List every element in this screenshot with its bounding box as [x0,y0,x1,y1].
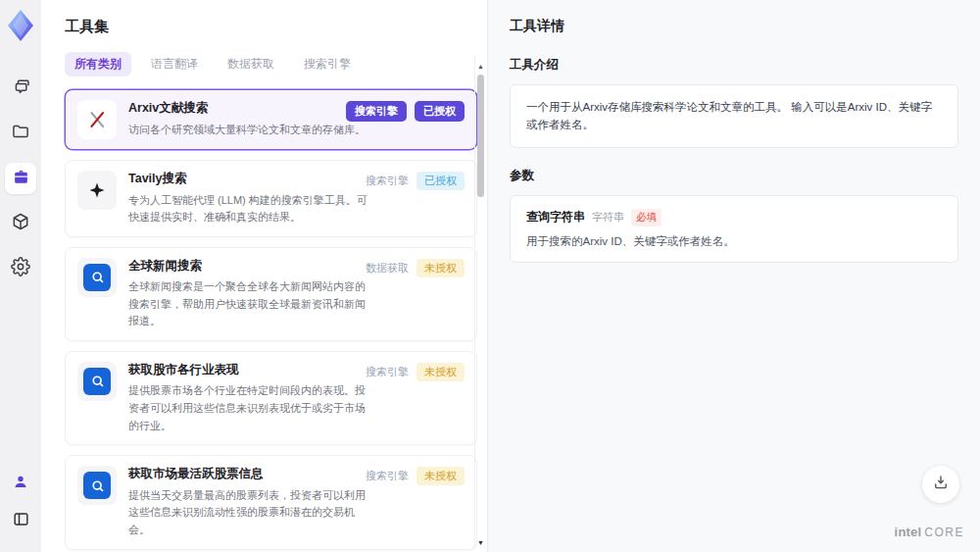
category-tabs: 所有类别 语言翻译 数据获取 搜索引擎 [65,52,487,76]
sidebar-item-packages[interactable] [5,208,36,239]
auth-badge: 已授权 [415,101,465,122]
tool-title: 全球新闻搜索 [128,258,375,276]
download-icon [932,474,950,495]
params-heading: 参数 [510,168,958,184]
page-title: 工具集 [65,18,487,36]
tool-title: Tavily搜索 [128,171,375,188]
sidebar-item-tools[interactable] [5,163,36,194]
tool-badges: 搜索引擎 已授权 [366,172,465,190]
tool-description: 提供股票市场各个行业在特定时间段内的表现。投资者可以利用这些信息来识别表现优于或… [128,382,375,434]
intro-text: 一个用于从Arxiv存储库搜索科学论文和文章的工具。 输入可以是Arxiv ID… [526,98,942,134]
tab-search-engine[interactable]: 搜索引擎 [294,52,361,76]
tab-language-translation[interactable]: 语言翻译 [141,52,208,76]
category-badge: 搜索引擎 [366,176,409,186]
core-wordmark: core [924,526,964,539]
folder-icon [11,122,30,145]
scrollbar-thumb[interactable] [477,75,484,197]
list-scrollbar[interactable]: ▲ ▼ [474,55,486,548]
category-badge: 搜索引擎 [346,101,407,122]
panel-toggle-icon [12,510,30,532]
sidebar-item-settings[interactable] [5,253,36,284]
download-button[interactable] [922,466,959,503]
tool-card-body: Arxiv文献搜索 访问各个研究领域大量科学论文和文章的存储库。 [128,100,366,139]
tool-description: 全球新闻搜索是一个聚合全球各大新闻网站内容的搜索引擎，帮助用户快速获取全球最新资… [128,278,375,330]
scroll-down-arrow[interactable]: ▼ [477,539,484,546]
scroll-up-arrow[interactable]: ▲ [477,63,484,70]
param-name: 查询字符串 [526,209,585,226]
tool-description: 访问各个研究领域大量科学论文和文章的存储库。 [128,122,366,139]
sidebar-item-chat[interactable] [5,73,36,104]
category-badge: 数据获取 [366,263,409,274]
param-header: 查询字符串 字符串 必填 [526,209,942,226]
auth-badge: 未授权 [416,467,465,485]
auth-badge: 未授权 [416,363,465,381]
tool-card-body: 获取市场最活跃股票信息 提供当天交易量最高的股票列表，投资者可以利用这些信息来识… [128,466,375,538]
sidebar-item-account[interactable] [5,468,36,499]
param-type: 字符串 [592,210,624,225]
category-badge: 搜索引擎 [366,471,409,481]
sidebar-rail [0,0,41,552]
tool-card-active-stocks[interactable]: 获取市场最活跃股票信息 提供当天交易量最高的股票列表，投资者可以利用这些信息来识… [65,455,477,549]
tool-card-body: Tavily搜索 专为人工智能代理 (LLM) 构建的搜索引擎工具。可快速提供实… [128,171,375,226]
tool-card-sector-performance[interactable]: 获取股市各行业表现 提供股票市场各个行业在特定时间段内的表现。投资者可以利用这些… [65,351,477,445]
tool-title: 获取市场最活跃股票信息 [128,466,375,483]
tab-data-acquisition[interactable]: 数据获取 [218,52,284,76]
avatar-icon [12,473,29,494]
tool-card-global-news[interactable]: 全球新闻搜索 全球新闻搜索是一个聚合全球各大新闻网站内容的搜索引擎，帮助用户快速… [65,247,477,341]
gear-icon [11,257,30,280]
app-logo [8,10,33,45]
tab-all-categories[interactable]: 所有类别 [65,52,131,76]
tool-card-list: Arxiv文献搜索 访问各个研究领域大量科学论文和文章的存储库。 搜索引擎 已授… [65,89,477,552]
detail-title: 工具详情 [510,18,958,35]
sidebar-item-files[interactable] [5,118,36,149]
auth-badge: 未授权 [416,259,465,277]
intro-box: 一个用于从Arxiv存储库搜索科学论文和文章的工具。 输入可以是Arxiv ID… [510,84,958,148]
news-search-icon [77,258,117,297]
param-box: 查询字符串 字符串 必填 用于搜索的Arxiv ID、关键字或作者姓名。 [510,195,958,263]
auth-badge: 已授权 [416,172,465,190]
news-search-icon [77,466,117,505]
arxiv-icon [77,100,117,139]
param-description: 用于搜索的Arxiv ID、关键字或作者姓名。 [526,234,942,249]
tool-badges: 搜索引擎 未授权 [366,363,465,381]
tool-title: 获取股市各行业表现 [128,362,375,379]
category-badge: 搜索引擎 [366,367,409,377]
tool-card-arxiv[interactable]: Arxiv文献搜索 访问各个研究领域大量科学论文和文章的存储库。 搜索引擎 已授… [65,89,477,150]
tool-list-panel: 工具集 所有类别 语言翻译 数据获取 搜索引擎 Arxiv文献搜索 访问各个研究… [41,0,488,552]
tool-badges: 搜索引擎 已授权 [346,101,465,122]
tool-badges: 搜索引擎 未授权 [366,467,465,485]
tavily-icon [77,171,117,210]
sidebar-item-collapse[interactable] [5,505,36,536]
app-window: 工具集 所有类别 语言翻译 数据获取 搜索引擎 Arxiv文献搜索 访问各个研究… [0,0,980,552]
tool-card-body: 获取股市各行业表现 提供股票市场各个行业在特定时间段内的表现。投资者可以利用这些… [128,362,375,434]
intel-wordmark: intel [895,525,922,539]
tool-description: 提供当天交易量最高的股票列表，投资者可以利用这些信息来识别流动性强的股票和潜在的… [128,487,375,539]
tool-description: 专为人工智能代理 (LLM) 构建的搜索引擎工具。可快速提供实时、准确和真实的结… [128,192,375,226]
tool-badges: 数据获取 未授权 [366,259,465,277]
tool-detail-panel: 工具详情 工具介绍 一个用于从Arxiv存储库搜索科学论文和文章的工具。 输入可… [488,0,980,552]
intro-heading: 工具介绍 [510,57,958,74]
cube-icon [11,212,30,235]
param-required-badge: 必填 [631,209,662,226]
chat-icon [11,76,30,100]
tool-card-body: 全球新闻搜索 全球新闻搜索是一个聚合全球各大新闻网站内容的搜索引擎，帮助用户快速… [128,258,375,330]
tool-title: Arxiv文献搜索 [128,100,366,118]
intel-core-logo: intel core [895,525,964,539]
news-search-icon [77,362,117,401]
toolbox-icon [12,168,30,190]
tool-card-tavily[interactable]: Tavily搜索 专为人工智能代理 (LLM) 构建的搜索引擎工具。可快速提供实… [65,160,477,237]
